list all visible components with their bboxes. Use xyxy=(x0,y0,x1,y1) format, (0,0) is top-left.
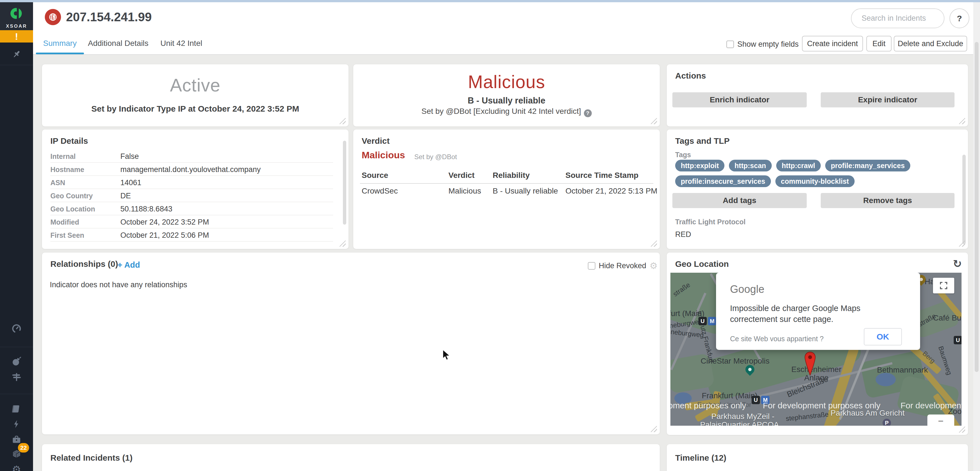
tag-chip[interactable]: profile:insecure_services xyxy=(675,175,771,187)
resize-handle[interactable] xyxy=(959,118,965,124)
sidebar-item-indicators[interactable] xyxy=(0,370,33,384)
timeline-card: Timeline (12) xyxy=(667,444,968,471)
relationships-empty-message: Indicator does not have any relationship… xyxy=(50,281,187,289)
hide-revoked-label: Hide Revoked xyxy=(599,262,646,270)
show-empty-fields-toggle[interactable]: Show empty fields xyxy=(726,40,799,49)
ip-detail-value: 50.1188:8.6843 xyxy=(120,205,172,213)
create-incident-button[interactable]: Create incident xyxy=(802,36,863,51)
resize-handle[interactable] xyxy=(959,241,965,247)
resize-handle[interactable] xyxy=(651,426,657,432)
sidebar-item-playbooks[interactable] xyxy=(0,402,33,416)
ip-details-table: InternalFalseHostnamemanagemental.dont.y… xyxy=(50,150,333,242)
verdict-source-link[interactable]: CrowdSec xyxy=(362,187,398,195)
tag-chip[interactable]: http:crawl xyxy=(776,160,821,171)
verdict-title: Verdict xyxy=(362,136,390,146)
verdict-card: Verdict Malicious Set by @DBot Source Ve… xyxy=(353,130,660,249)
sidebar-logo-block[interactable]: XSOAR xyxy=(0,2,33,30)
ip-detail-value: 14061 xyxy=(120,178,142,187)
edit-button[interactable]: Edit xyxy=(866,36,891,51)
tab-unit42-intel[interactable]: Unit 42 Intel xyxy=(161,32,202,54)
help-button[interactable]: ? xyxy=(950,8,969,28)
tag-chip[interactable]: profile:many_services xyxy=(825,160,910,171)
remove-tags-button[interactable]: Remove tags xyxy=(821,193,955,208)
verdict-reliability: B - Usually reliable xyxy=(353,96,660,106)
transit-badge: U xyxy=(698,317,707,325)
hide-revoked-toggle[interactable]: Hide Revoked ⚙ xyxy=(588,260,657,271)
resize-handle[interactable] xyxy=(959,427,965,433)
dialog-message: Impossible de charger Google Maps correc… xyxy=(730,303,887,325)
sidebar-item-settings[interactable]: ⚙ xyxy=(0,462,33,471)
verdict-set-by: Set by @DBot [Excluding Unit 42 Intel ve… xyxy=(353,107,660,117)
enrich-indicator-button[interactable]: Enrich indicator xyxy=(672,92,807,108)
ip-detail-label: Hostname xyxy=(50,166,84,174)
tab-summary[interactable]: Summary xyxy=(36,32,84,54)
map-fullscreen-button[interactable] xyxy=(933,278,954,293)
tag-chip[interactable]: community-blocklist xyxy=(775,175,854,187)
sidebar-brand-label: XSOAR xyxy=(0,24,33,29)
search-input[interactable] xyxy=(851,8,945,28)
map-label: Café Bu xyxy=(933,314,961,322)
card-scrollbar[interactable] xyxy=(343,141,346,225)
sidebar-item-pinned[interactable] xyxy=(0,47,33,62)
verdict-panel-set-by: Set by @DBot xyxy=(414,153,457,161)
expire-indicator-button[interactable]: Expire indicator xyxy=(821,92,955,108)
table-header-divider xyxy=(360,183,653,184)
col-timestamp: Source Time Stamp xyxy=(565,171,638,180)
related-incidents-card: Related Incidents (1) xyxy=(42,444,660,471)
fullscreen-icon xyxy=(939,281,948,290)
reliability-cell: B - Usually reliable xyxy=(493,187,558,195)
browser-top-strip xyxy=(0,0,980,2)
verdict-table-header: Source Verdict Reliability Source Time S… xyxy=(353,171,660,182)
sidebar-item-dashboard[interactable] xyxy=(0,321,33,336)
map-marker-pin[interactable] xyxy=(804,352,816,376)
page-scrollbar-thumb[interactable] xyxy=(975,42,978,372)
related-incidents-title: Related Incidents (1) xyxy=(50,453,132,463)
col-source: Source xyxy=(362,171,388,180)
indicator-type-icon xyxy=(45,9,61,25)
bolt-icon xyxy=(12,419,21,429)
gear-icon: ⚙ xyxy=(12,464,21,471)
refresh-icon[interactable]: ↻ xyxy=(953,258,962,270)
resize-handle[interactable] xyxy=(651,241,657,247)
dialog-ok-button[interactable]: OK xyxy=(864,328,902,346)
tab-additional-details[interactable]: Additional Details xyxy=(88,32,148,54)
tags-label: Tags xyxy=(675,151,691,159)
delete-and-exclude-button[interactable]: Delete and Exclude xyxy=(894,36,967,51)
ip-detail-value: October 21, 2022 5:06 PM xyxy=(120,231,209,240)
geo-location-title: Geo Location xyxy=(675,259,729,269)
ip-detail-row: Geo CountryDE xyxy=(50,189,333,202)
map-zoom-out-button[interactable]: − xyxy=(928,414,954,426)
transit-badge: M xyxy=(708,317,716,325)
help-tooltip-icon[interactable]: ? xyxy=(584,109,592,117)
relationships-settings-gear-icon[interactable]: ⚙ xyxy=(650,260,658,271)
google-map[interactable]: straßefurt (Main)neburgwegIneburgwegIm T… xyxy=(670,273,961,426)
ip-detail-label: ASN xyxy=(50,179,65,187)
ip-detail-label: Geo Country xyxy=(50,192,93,200)
map-label: Bethmannpark xyxy=(877,366,928,374)
add-tags-button[interactable]: Add tags xyxy=(672,193,807,208)
add-relationship-link[interactable]: + Add xyxy=(118,260,140,270)
col-reliability: Reliability xyxy=(493,171,530,180)
tag-chip[interactable]: http:exploit xyxy=(675,160,724,171)
sidebar-item-automation[interactable] xyxy=(0,417,33,431)
xsoar-logo-icon xyxy=(9,6,24,21)
page-scrollbar[interactable] xyxy=(973,0,980,471)
hide-revoked-checkbox[interactable] xyxy=(588,262,595,270)
map-label: Eschenheimer xyxy=(791,365,842,374)
ip-detail-row: Geo Location50.1188:8.6843 xyxy=(50,202,333,216)
tlp-label: Traffic Light Protocol xyxy=(675,218,745,226)
sidebar-item-alerts[interactable]: ! xyxy=(0,30,33,43)
resize-handle[interactable] xyxy=(651,118,657,124)
ip-detail-value: DE xyxy=(120,192,131,200)
resize-handle[interactable] xyxy=(340,241,346,247)
resize-handle[interactable] xyxy=(340,118,346,124)
show-empty-fields-checkbox[interactable] xyxy=(726,41,734,48)
verdict-value: Malicious xyxy=(353,71,660,92)
sidebar-item-marketplace[interactable]: 22 xyxy=(0,446,33,461)
ip-details-card: IP Details InternalFalseHostnamemanageme… xyxy=(42,130,348,249)
card-scrollbar[interactable] xyxy=(963,155,966,244)
tag-chip[interactable]: http:scan xyxy=(729,160,772,171)
ip-detail-row: InternalFalse xyxy=(50,150,333,163)
sidebar-item-incidents[interactable] xyxy=(0,354,33,369)
transit-badge: U xyxy=(752,396,760,404)
